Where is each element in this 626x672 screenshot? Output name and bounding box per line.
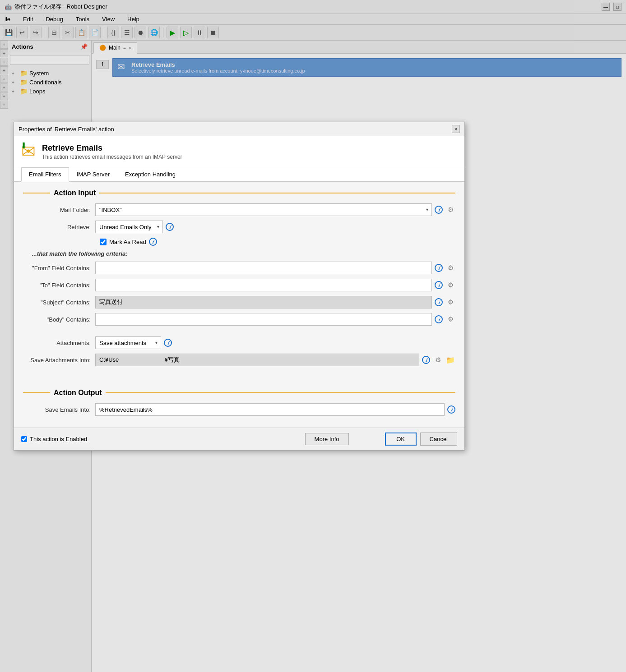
attachments-label: Attachments: [23,340,95,346]
save-into-info-icon[interactable]: 𝑖 [422,356,430,364]
footer-left: This action is Enabled [21,436,87,442]
from-field-row: "From" Field Contains: 𝑖 ⚙ [23,262,455,274]
save-emails-row: Save Emails Into: 𝑖 [23,403,455,416]
dialog-footer: This action is Enabled More Info OK Canc… [14,428,464,450]
subject-field-label: "Subject" Contains: [23,299,95,306]
body-field-row: "Body" Contains: 𝑖 ⚙ [23,313,455,326]
spacer-1 [23,330,455,336]
dialog-tabs: Email Filters IMAP Server Exception Hand… [14,167,464,182]
dialog-header-title: Retrieve Emails [42,143,182,153]
save-into-folder-button[interactable]: 📁 [445,355,455,365]
dialog-header: ✉ ⬇ Retrieve Emails This action retrieve… [14,136,464,167]
save-attachments-into-row: Save Attachments Into: 𝑖 ⚙ 📁 [23,354,455,366]
dialog-header-icon-wrapper: ✉ ⬇ [21,142,36,161]
subject-field-info-icon[interactable]: 𝑖 [435,298,443,306]
tab-email-filters[interactable]: Email Filters [21,167,69,182]
subject-field-control: 𝑖 ⚙ [95,296,455,308]
from-field-input[interactable] [95,262,432,274]
action-input-section-header: Action Input [23,189,455,197]
save-into-gear-button[interactable]: ⚙ [433,355,443,365]
more-info-button[interactable]: More Info [305,433,349,445]
action-enabled-checkbox[interactable] [21,436,27,442]
from-field-control: 𝑖 ⚙ [95,262,455,274]
retrieve-control: Unread Emails Only All Emails Read Email… [95,221,455,233]
mark-as-read-checkbox[interactable] [100,239,107,245]
body-field-input[interactable] [95,313,432,326]
attachments-info-icon[interactable]: 𝑖 [164,339,172,347]
body-field-control: 𝑖 ⚙ [95,313,455,326]
cancel-button[interactable]: Cancel [420,433,457,446]
attachments-control: Save attachments Ignore attachments 𝑖 [95,336,455,349]
footer-buttons-area: More Info OK Cancel [305,433,457,446]
properties-dialog: Properties of 'Retrieve Emails' action ×… [14,122,465,451]
dialog-overlay: Properties of 'Retrieve Emails' action ×… [0,0,626,672]
dialog-close-button[interactable]: × [452,125,460,133]
to-field-info-icon[interactable]: 𝑖 [435,281,443,289]
attachments-select-wrapper: Save attachments Ignore attachments [95,336,161,349]
spacer-2 [23,371,455,380]
mail-folder-control: "INBOX" 𝑖 ⚙ [95,203,455,216]
tab-exception-handling[interactable]: Exception Handling [117,167,183,182]
dialog-title: Properties of 'Retrieve Emails' action [19,126,114,133]
retrieve-select[interactable]: Unread Emails Only All Emails Read Email… [95,221,163,233]
retrieve-info-icon[interactable]: 𝑖 [166,223,174,231]
save-emails-info-icon[interactable]: 𝑖 [447,405,455,414]
save-attachments-path-input[interactable] [95,354,419,366]
mail-folder-info-icon[interactable]: 𝑖 [435,206,443,214]
section-line-left [23,193,50,193]
from-field-label: "From" Field Contains: [23,265,95,272]
mark-as-read-label: Mark As Read [109,239,146,245]
retrieve-row: Retrieve: Unread Emails Only All Emails … [23,221,455,233]
action-output-section-header: Action Output [23,389,455,397]
body-field-label: "Body" Contains: [23,316,95,323]
output-section-line-left [23,392,50,393]
mark-as-read-info-icon[interactable]: 𝑖 [149,238,157,246]
dialog-content: Action Input Mail Folder: "INBOX" 𝑖 ⚙ [14,182,464,428]
dialog-title-bar: Properties of 'Retrieve Emails' action × [14,122,464,136]
subject-field-input[interactable] [95,296,432,308]
mark-as-read-row: Mark As Read 𝑖 [100,238,455,246]
attachments-row: Attachments: Save attachments Ignore att… [23,336,455,349]
footer-right-buttons: OK Cancel [385,433,457,446]
retrieve-select-wrapper: Unread Emails Only All Emails Read Email… [95,221,163,233]
dialog-header-desc: This action retrieves email messages fro… [42,154,182,160]
save-emails-control: 𝑖 [95,403,455,416]
dialog-header-text: Retrieve Emails This action retrieves em… [42,143,182,160]
from-field-gear-button[interactable]: ⚙ [445,263,455,273]
section-line-right [99,193,455,193]
to-field-input[interactable] [95,279,432,291]
attachments-select[interactable]: Save attachments Ignore attachments [95,336,161,349]
arrow-down-badge-icon: ⬇ [20,141,27,151]
from-field-info-icon[interactable]: 𝑖 [435,264,443,272]
mail-folder-select-wrapper: "INBOX" [95,203,432,216]
action-enabled-label: This action is Enabled [30,436,87,442]
save-emails-label: Save Emails Into: [23,406,95,413]
to-field-label: "To" Field Contains: [23,282,95,289]
to-field-row: "To" Field Contains: 𝑖 ⚙ [23,279,455,291]
save-emails-input[interactable] [95,403,445,416]
action-input-section-title: Action Input [54,189,96,197]
output-section-line-right [106,392,455,393]
mail-folder-label: Mail Folder: [23,207,95,213]
mail-folder-row: Mail Folder: "INBOX" 𝑖 ⚙ [23,203,455,216]
body-field-gear-button[interactable]: ⚙ [445,314,455,324]
subject-field-gear-button[interactable]: ⚙ [445,297,455,307]
criteria-label: ...that match the following criteria: [32,250,455,257]
body-field-info-icon[interactable]: 𝑖 [435,315,443,323]
ok-button[interactable]: OK [385,433,417,446]
to-field-control: 𝑖 ⚙ [95,279,455,291]
mail-folder-gear-button[interactable]: ⚙ [445,205,455,215]
to-field-gear-button[interactable]: ⚙ [445,280,455,290]
tab-imap-server[interactable]: IMAP Server [69,167,117,182]
action-output-section-title: Action Output [54,389,102,397]
mail-folder-select[interactable]: "INBOX" [95,203,432,216]
save-attachments-into-label: Save Attachments Into: [23,357,95,364]
save-attachments-into-control: 𝑖 ⚙ 📁 [95,354,455,366]
subject-field-row: "Subject" Contains: 𝑖 ⚙ [23,296,455,308]
retrieve-label: Retrieve: [23,224,95,230]
